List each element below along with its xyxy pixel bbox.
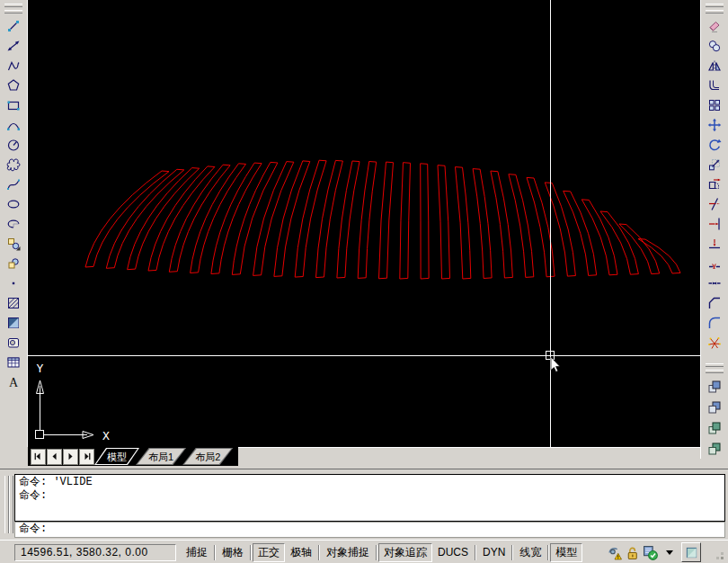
red-strip[interactable] <box>316 160 343 277</box>
insert-block-icon <box>6 237 21 251</box>
red-strip[interactable] <box>337 161 360 278</box>
line-button[interactable] <box>2 16 25 36</box>
hatch-button[interactable] <box>2 293 25 313</box>
polygon-button[interactable] <box>2 76 25 95</box>
red-strip[interactable] <box>358 162 377 279</box>
trim-button[interactable] <box>703 194 726 214</box>
red-strip[interactable] <box>85 171 169 267</box>
toggle-栅格[interactable]: 栅格 <box>217 543 249 562</box>
rectangle-button[interactable] <box>2 95 25 115</box>
status-toggles: 捕捉栅格正交极轴对象捕捉对象追踪DUCSDYN线宽模型 <box>181 543 582 562</box>
red-strip[interactable] <box>148 166 215 271</box>
explode-button[interactable] <box>703 333 726 353</box>
toggle-极轴[interactable]: 极轴 <box>285 543 317 562</box>
send-to-back-button[interactable] <box>703 397 726 417</box>
clean-screen-button[interactable] <box>681 542 701 562</box>
tab-nav-first-button[interactable] <box>31 449 46 465</box>
separator <box>318 545 320 560</box>
region-icon <box>6 335 21 350</box>
copy-button[interactable] <box>703 36 726 56</box>
red-strip[interactable] <box>545 183 575 276</box>
red-strip[interactable] <box>253 162 294 276</box>
ellipse-arc-button[interactable] <box>2 214 25 234</box>
move-button[interactable] <box>703 115 726 135</box>
ellipse-button[interactable] <box>2 194 25 214</box>
gradient-button[interactable] <box>2 313 25 333</box>
command-history[interactable]: 命令: 'VLIDE命令: <box>14 474 725 522</box>
red-strip[interactable] <box>128 168 200 270</box>
red-strip[interactable] <box>421 164 429 279</box>
command-window: 命令: 'VLIDE命令: 命令: <box>0 469 728 540</box>
ucs-y-label: Y <box>37 362 44 375</box>
make-block-button[interactable] <box>2 254 25 273</box>
red-strip[interactable] <box>295 160 326 277</box>
extend-button[interactable] <box>703 214 726 234</box>
red-strip[interactable] <box>600 211 638 274</box>
region-button[interactable] <box>2 333 25 353</box>
bring-to-front-icon <box>707 380 722 394</box>
stretch-button[interactable] <box>703 174 726 194</box>
red-strip[interactable] <box>379 162 394 279</box>
stretch-icon <box>707 177 722 192</box>
insert-block-button[interactable] <box>2 234 25 254</box>
send-under-objects-icon <box>707 442 722 456</box>
toggle-模型[interactable]: 模型 <box>550 543 582 562</box>
break-button[interactable] <box>703 254 726 273</box>
offset-button[interactable] <box>703 76 726 95</box>
spline-button[interactable] <box>2 174 25 194</box>
tab-model[interactable]: 模型 <box>94 448 139 465</box>
tab-nav-last-button[interactable] <box>79 449 94 465</box>
polyline-button[interactable] <box>2 56 25 76</box>
array-button[interactable] <box>703 95 726 115</box>
chamfer-button[interactable] <box>703 293 726 313</box>
join-button[interactable] <box>703 273 726 293</box>
scale-button[interactable] <box>703 155 726 174</box>
scale-icon <box>707 157 722 172</box>
send-under-objects-button[interactable] <box>703 438 726 459</box>
toggle-对象捕捉[interactable]: 对象捕捉 <box>321 543 375 562</box>
toggle-正交[interactable]: 正交 <box>253 543 285 562</box>
toggle-线宽[interactable]: 线宽 <box>514 543 546 562</box>
rotate-button[interactable] <box>703 135 726 155</box>
toggle-对象追踪[interactable]: 对象追踪 <box>378 543 432 562</box>
table-button[interactable] <box>2 353 25 372</box>
command-window-grip[interactable] <box>9 476 13 533</box>
tab-nav-next-button[interactable] <box>63 449 78 465</box>
fillet-button[interactable] <box>703 313 726 333</box>
command-input-line[interactable]: 命令: <box>14 522 725 538</box>
red-strip[interactable] <box>456 167 471 279</box>
red-strip[interactable] <box>638 239 680 274</box>
resize-grip[interactable] <box>713 549 724 560</box>
coordinate-readout[interactable]: 14596.51, 3580.32, 0.00 <box>14 544 176 561</box>
toolbar-grip[interactable] <box>4 0 22 16</box>
tab-nav-prev-button[interactable] <box>47 449 62 465</box>
red-strip[interactable] <box>400 163 411 279</box>
toggle-ducs[interactable]: DUCS <box>432 544 474 560</box>
bring-above-objects-button[interactable] <box>703 417 726 438</box>
break-at-point-button[interactable] <box>703 234 726 254</box>
toolbar-lock-button[interactable] <box>625 545 640 560</box>
red-strip[interactable] <box>509 174 534 278</box>
bring-to-front-button[interactable] <box>703 376 726 397</box>
red-strip[interactable] <box>473 169 492 279</box>
drawing-canvas[interactable]: Y X <box>28 0 700 447</box>
toolbar-grip[interactable] <box>706 360 724 376</box>
red-strip[interactable] <box>491 171 513 278</box>
circle-button[interactable] <box>2 135 25 155</box>
toggle-捕捉[interactable]: 捕捉 <box>181 543 213 562</box>
tray-dropdown-arrow[interactable] <box>666 550 673 555</box>
arc-button[interactable] <box>2 115 25 135</box>
point-button[interactable] <box>2 273 25 293</box>
tab-layout1[interactable]: 布局1 <box>136 448 186 465</box>
toolbar-grip[interactable] <box>706 0 724 16</box>
communication-center-button[interactable] <box>607 545 622 560</box>
red-strip[interactable] <box>438 165 450 279</box>
construction-line-button[interactable] <box>2 36 25 56</box>
validate-update-button[interactable] <box>643 545 658 560</box>
revision-cloud-button[interactable] <box>2 155 25 174</box>
mirror-button[interactable] <box>703 56 726 76</box>
erase-button[interactable] <box>703 16 726 36</box>
multiline-text-button[interactable]: A <box>2 372 25 392</box>
toggle-dyn[interactable]: DYN <box>477 544 510 560</box>
tab-layout2[interactable]: 布局2 <box>182 448 233 465</box>
